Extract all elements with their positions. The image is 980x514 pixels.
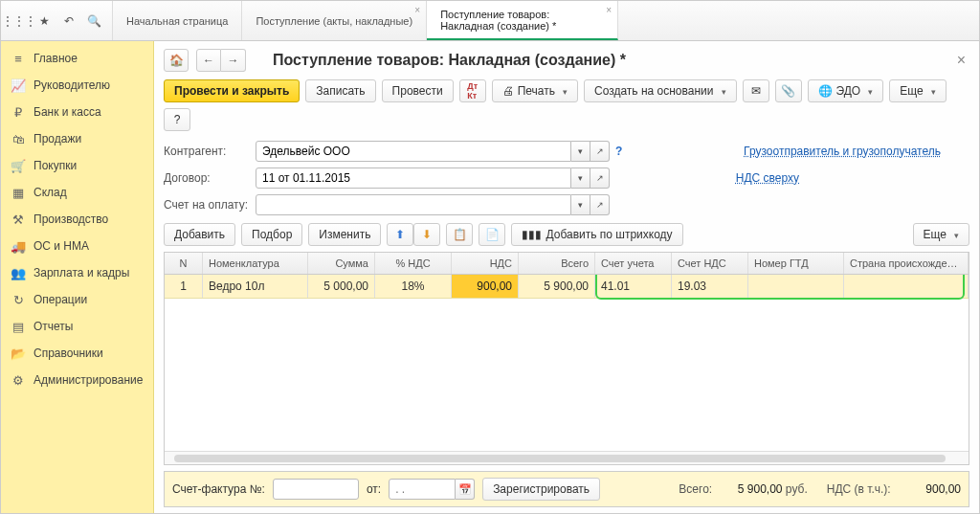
- th-gtd[interactable]: Номер ГТД: [748, 253, 844, 274]
- cell-gtd[interactable]: [748, 275, 844, 298]
- contract-input[interactable]: [256, 168, 571, 189]
- th-n[interactable]: N: [165, 253, 203, 274]
- paste-button[interactable]: 📄: [479, 223, 505, 246]
- post-button[interactable]: Провести: [382, 79, 454, 102]
- register-button[interactable]: Зарегистрировать: [482, 478, 600, 501]
- print-button[interactable]: 🖨Печать: [492, 79, 578, 102]
- tab-2[interactable]: Поступление товаров: Накладная (создание…: [427, 1, 618, 40]
- cell-nds[interactable]: 900,00: [452, 275, 519, 298]
- cell-nds-account[interactable]: 19.03: [672, 275, 748, 298]
- sidebar-item-0[interactable]: ≡Главное: [1, 45, 153, 72]
- th-total[interactable]: Всего: [519, 253, 595, 274]
- th-nomenclature[interactable]: Номенклатура: [203, 253, 308, 274]
- tab-close-icon[interactable]: ×: [414, 5, 420, 15]
- move-up-button[interactable]: ⬆: [387, 223, 413, 246]
- contragent-help-icon[interactable]: ?: [615, 145, 622, 158]
- sidebar-item-2[interactable]: ₽Банк и касса: [1, 99, 153, 125]
- copy-icon: 📋: [453, 228, 467, 241]
- cell-country[interactable]: [844, 275, 969, 298]
- sidebar-icon: ▦: [11, 185, 26, 200]
- sidebar-item-5[interactable]: ▦Склад: [1, 179, 153, 206]
- arrow-down-icon: ⬇: [422, 228, 432, 241]
- sidebar-item-10[interactable]: ▤Отчеты: [1, 313, 153, 340]
- sidebar-item-8[interactable]: 👥Зарплата и кадры: [1, 259, 153, 286]
- copy-button[interactable]: 📋: [446, 223, 473, 246]
- th-nds[interactable]: НДС: [452, 253, 519, 274]
- home-button[interactable]: 🏠: [164, 49, 189, 72]
- sidebar-item-4[interactable]: 🛒Покупки: [1, 152, 153, 179]
- dtkt-button[interactable]: ДтКт: [459, 79, 486, 102]
- invoice-label: Счет на оплату:: [164, 198, 250, 212]
- invoice-dropdown-button[interactable]: ▾: [571, 194, 590, 215]
- table-add-button[interactable]: Добавить: [164, 223, 235, 246]
- contract-dropdown-button[interactable]: ▾: [571, 168, 590, 189]
- invoice-input[interactable]: [256, 194, 571, 215]
- more-label: Еще: [900, 84, 923, 98]
- table-row[interactable]: 1Ведро 10л5 000,0018%900,005 900,0041.01…: [165, 275, 969, 299]
- th-nds-pct[interactable]: % НДС: [375, 253, 452, 274]
- invoice-open-button[interactable]: ↗: [590, 194, 610, 215]
- tab-1[interactable]: Поступление (акты, накладные)×: [242, 1, 427, 40]
- dtkt-icon: ДтКт: [467, 81, 478, 101]
- total-label: Всего:: [679, 482, 712, 496]
- nds-value: 900,00: [894, 482, 961, 496]
- cell-nomenclature[interactable]: Ведро 10л: [203, 275, 308, 298]
- cell-account[interactable]: 41.01: [595, 275, 672, 298]
- search-icon[interactable]: 🔍: [85, 12, 102, 30]
- th-account[interactable]: Счет учета: [595, 253, 672, 274]
- move-down-button[interactable]: ⬇: [413, 223, 440, 246]
- sidebar-item-7[interactable]: 🚚ОС и НМА: [1, 233, 153, 259]
- sidebar-item-9[interactable]: ↻Операции: [1, 286, 153, 313]
- help-button[interactable]: ?: [164, 108, 190, 131]
- sidebar-icon: 👥: [11, 265, 26, 280]
- cell-pct[interactable]: 18%: [375, 275, 452, 298]
- th-nds-account[interactable]: Счет НДС: [672, 253, 748, 274]
- sidebar-item-11[interactable]: 📂Справочники: [1, 340, 153, 367]
- sidebar-item-6[interactable]: ⚒Производство: [1, 206, 153, 233]
- create-based-on-button[interactable]: Создать на основании: [584, 79, 737, 102]
- sf-number-input[interactable]: [273, 479, 359, 500]
- sidebar-label: Покупки: [33, 159, 77, 172]
- cell-sum[interactable]: 5 000,00: [308, 275, 375, 298]
- table-select-button[interactable]: Подбор: [241, 223, 302, 246]
- sidebar-item-12[interactable]: ⚙Администрирование: [1, 367, 153, 393]
- sidebar-item-1[interactable]: 📈Руководителю: [1, 72, 153, 99]
- sf-label: Счет-фактура №:: [172, 482, 265, 496]
- table-more-button[interactable]: Еще: [913, 223, 969, 246]
- calendar-button[interactable]: 📅: [456, 479, 475, 500]
- attach-button[interactable]: 📎: [775, 79, 802, 102]
- tab-close-icon[interactable]: ×: [606, 5, 612, 15]
- contract-open-button[interactable]: ↗: [590, 168, 610, 189]
- cell-n[interactable]: 1: [165, 275, 203, 298]
- th-sum[interactable]: Сумма: [308, 253, 375, 274]
- cell-total[interactable]: 5 900,00: [519, 275, 595, 298]
- sf-date-input[interactable]: [389, 479, 456, 500]
- contragent-open-button[interactable]: ↗: [590, 141, 610, 162]
- forward-button[interactable]: →: [221, 49, 246, 72]
- th-country[interactable]: Страна происхождения: [844, 253, 969, 274]
- horizontal-scrollbar[interactable]: [165, 451, 969, 464]
- back-button[interactable]: ←: [196, 49, 221, 72]
- mail-button[interactable]: ✉: [743, 79, 769, 102]
- more-button[interactable]: Еще: [889, 79, 946, 102]
- paste-icon: 📄: [485, 228, 500, 241]
- save-button[interactable]: Записать: [305, 79, 375, 102]
- table-edit-button[interactable]: Изменить: [308, 223, 381, 246]
- star-icon[interactable]: ★: [35, 12, 53, 30]
- sidebar-icon: 📈: [11, 78, 26, 93]
- history-icon[interactable]: ↶: [60, 12, 78, 30]
- apps-icon[interactable]: ⋮⋮⋮: [11, 12, 28, 30]
- gruz-link[interactable]: Грузоотправитель и грузополучатель: [744, 145, 941, 158]
- nds-label: НДС (в т.ч.):: [827, 482, 891, 496]
- total-value: 5 900,00: [716, 482, 783, 496]
- sidebar-item-3[interactable]: 🛍Продажи: [1, 125, 153, 152]
- nds-link[interactable]: НДС сверху: [736, 171, 799, 185]
- edo-button[interactable]: 🌐ЭДО: [808, 79, 884, 102]
- tab-0[interactable]: Начальная страница: [113, 1, 242, 40]
- post-and-close-button[interactable]: Провести и закрыть: [164, 79, 300, 102]
- contragent-input[interactable]: [256, 141, 571, 162]
- contragent-dropdown-button[interactable]: ▾: [571, 141, 590, 162]
- barcode-button[interactable]: ▮▮▮Добавить по штрихкоду: [511, 223, 682, 246]
- close-document-button[interactable]: ×: [953, 52, 969, 69]
- barcode-label: Добавить по штрихкоду: [546, 228, 672, 241]
